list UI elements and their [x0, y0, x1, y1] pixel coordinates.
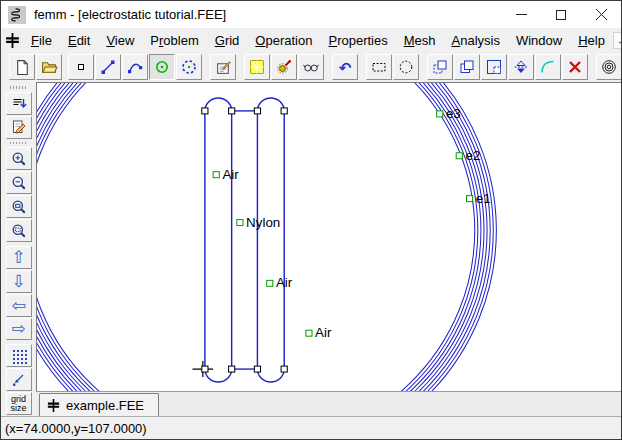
analyze-button[interactable] [271, 54, 297, 80]
grid-size-button[interactable]: gridsize [6, 392, 32, 415]
menu-item-mesh[interactable]: Mesh [396, 31, 444, 50]
block-label-square[interactable] [267, 280, 273, 286]
arc-tool-button[interactable] [122, 54, 148, 80]
open-folder-icon [41, 59, 58, 76]
node-point[interactable] [281, 108, 287, 114]
pan-left-button[interactable]: ⇦ [6, 294, 32, 317]
point-tool-button[interactable] [68, 54, 94, 80]
maximize-button[interactable] [541, 2, 581, 28]
copy-icon [459, 59, 475, 75]
block-label-square[interactable] [237, 220, 243, 226]
canvas-svg[interactable]: AirNylonAirAire3e2e1 [37, 83, 621, 391]
block-label-text[interactable]: Air [222, 167, 239, 182]
select-circle-button[interactable] [393, 54, 419, 80]
block-label-tool-button[interactable] [149, 54, 175, 80]
boundary-shell-arc[interactable] [37, 83, 490, 391]
sidebar-grip[interactable] [10, 86, 28, 89]
boundary-shell-arc[interactable] [37, 83, 475, 391]
grid-dots-icon [11, 348, 27, 364]
mesh-button[interactable] [244, 54, 270, 80]
menu-item-operation[interactable]: Operation [247, 31, 320, 50]
block-label-text[interactable]: Air [315, 325, 332, 340]
menu-item-problem[interactable]: Problem [142, 31, 206, 50]
menu-item-properties[interactable]: Properties [320, 31, 395, 50]
minimize-button[interactable] [501, 2, 541, 28]
app-window: femm - [electrostatic tutorial.FEE] File… [0, 0, 622, 440]
menu-item-grid[interactable]: Grid [207, 31, 248, 50]
node-point[interactable] [254, 108, 260, 114]
fillet-icon [540, 59, 556, 75]
femm-document-icon [4, 30, 21, 50]
pan-right-button[interactable]: ⇨ [6, 318, 32, 341]
sidebar-grip[interactable] [10, 142, 28, 145]
node-point[interactable] [202, 366, 208, 372]
node-point[interactable] [281, 366, 287, 372]
grid-toggle-button[interactable] [6, 344, 32, 367]
open-button[interactable] [36, 54, 62, 80]
zoom-window-icon [11, 223, 27, 239]
node-point[interactable] [254, 366, 260, 372]
block-label-text[interactable]: Air [276, 276, 293, 291]
block-label-text[interactable]: e1 [476, 191, 491, 206]
block-label-square[interactable] [467, 196, 473, 202]
zoom-window-button[interactable] [6, 219, 32, 242]
new-button[interactable] [9, 54, 35, 80]
mdi-minimize-button[interactable] [613, 32, 622, 49]
copy-button[interactable] [454, 54, 480, 80]
snap-to-grid-button[interactable] [6, 368, 32, 391]
line-tool-button[interactable] [95, 54, 121, 80]
close-button[interactable] [581, 2, 621, 28]
block-label-text[interactable]: e2 [465, 148, 480, 163]
zoom-extents-button[interactable] [6, 195, 32, 218]
delete-button[interactable] [562, 54, 588, 80]
properties-button[interactable] [210, 54, 236, 80]
menu-item-view[interactable]: View [98, 31, 142, 50]
edit-document-icon [11, 119, 27, 135]
pan-down-button[interactable]: ⇩ [6, 270, 32, 293]
fillet-button[interactable] [535, 54, 561, 80]
undo-button[interactable]: ↶ [332, 54, 358, 80]
edit-button[interactable] [6, 116, 32, 139]
boundary-shell-arc[interactable] [37, 83, 487, 391]
select-rectangle-button[interactable] [366, 54, 392, 80]
boundary-shell-arc[interactable] [37, 83, 493, 391]
boundary-shell-arc[interactable] [37, 83, 481, 391]
list-button[interactable] [6, 92, 32, 115]
block-label-square[interactable] [437, 111, 443, 117]
results-button[interactable] [298, 54, 324, 80]
group-select-tool-button[interactable] [176, 54, 202, 80]
block-label-square[interactable] [306, 330, 312, 336]
block-label-square[interactable] [213, 172, 219, 178]
menu-items: FileEditViewProblemGridOperationProperti… [23, 31, 613, 50]
boundary-shell-arc[interactable] [37, 83, 484, 391]
plate-outline[interactable] [257, 98, 284, 382]
menu-item-analysis[interactable]: Analysis [444, 31, 508, 50]
document-area: AirNylonAirAire3e2e1 example.FEE [36, 82, 621, 416]
menu-item-help[interactable]: Help [570, 31, 613, 50]
coil-button[interactable] [596, 54, 622, 80]
menu-item-edit[interactable]: Edit [60, 31, 98, 50]
menu-item-file[interactable]: File [23, 31, 60, 50]
scale-button[interactable] [481, 54, 507, 80]
arc-icon [127, 59, 143, 75]
node-point[interactable] [229, 108, 235, 114]
block-label-square[interactable] [456, 153, 462, 159]
block-label-text[interactable]: e3 [446, 106, 461, 121]
zoom-out-button[interactable] [6, 171, 32, 194]
glasses-icon [303, 59, 319, 75]
select-circle-icon [398, 59, 414, 75]
pan-up-button[interactable]: ⇧ [6, 246, 32, 269]
tab-example-fee[interactable]: example.FEE [39, 393, 159, 416]
tab-bar: example.FEE [36, 391, 621, 416]
node-point[interactable] [229, 366, 235, 372]
mdi-window-controls [613, 32, 622, 49]
plate-outline[interactable] [205, 98, 232, 382]
mirror-button[interactable] [508, 54, 534, 80]
move-button[interactable] [427, 54, 453, 80]
zoom-in-button[interactable] [6, 147, 32, 170]
boundary-shell-arc[interactable] [37, 83, 496, 391]
drawing-canvas[interactable]: AirNylonAirAire3e2e1 [36, 82, 621, 391]
node-point[interactable] [202, 108, 208, 114]
block-label-text[interactable]: Nylon [246, 215, 280, 230]
menu-item-window[interactable]: Window [508, 31, 570, 50]
